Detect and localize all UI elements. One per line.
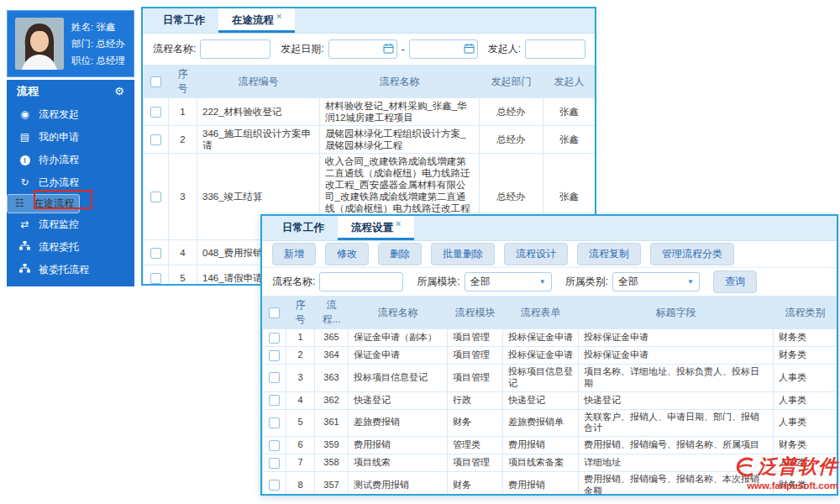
user-dept-label: 部门:	[71, 39, 93, 49]
select-all-checkbox[interactable]	[150, 76, 161, 87]
calendar-icon	[383, 43, 394, 54]
table-cell: 保证金申请（副本）	[354, 332, 437, 342]
search-bar: 流程名称: 所属模块: 全部▼ 所属类别: 全部▼ 查询	[262, 268, 837, 296]
query-button[interactable]: 查询	[713, 270, 757, 293]
table-cell: 财务	[453, 480, 471, 490]
start-date-label: 发起日期:	[281, 42, 323, 56]
row-checkbox[interactable]	[269, 480, 280, 491]
table-row[interactable]: 1365保证金申请（副本）项目管理投标保证金申请投标保证金申请财务类	[263, 329, 837, 347]
col-header-no: 序号	[286, 297, 315, 329]
tab-daily-work[interactable]: 日常工作	[150, 8, 218, 33]
row-checkbox[interactable]	[150, 107, 161, 118]
table-cell: 项目名称、详细地址、投标负责人、投标日期	[584, 366, 759, 388]
sidebar-item-process-start[interactable]: ◉ 流程发起	[7, 103, 134, 126]
col-header-title-fields: 标题字段	[579, 297, 774, 329]
sidebar-item-label: 流程发起	[39, 103, 79, 126]
sidebar-item-process-monitor[interactable]: ⇄ 流程监控	[7, 213, 134, 236]
row-checkbox[interactable]	[269, 417, 280, 428]
module-label: 所属模块:	[417, 275, 459, 289]
sidebar-item-process-delegate[interactable]: 流程委托	[7, 236, 134, 259]
row-checkbox[interactable]	[150, 273, 161, 284]
table-cell: 361	[323, 417, 339, 427]
table-cell: 材料验收登记_材料采购_张鑫_华润12城房建工程项目	[325, 101, 467, 123]
select-all-checkbox[interactable]	[269, 307, 280, 318]
table-cell: 359	[323, 439, 339, 449]
table-cell: 投标项目信息登记	[354, 372, 428, 382]
close-icon[interactable]: ×	[276, 11, 281, 21]
process-name-input[interactable]	[200, 39, 270, 59]
table-cell: 222_材料验收登记	[202, 107, 282, 117]
table-cell: 差旅费报销单	[508, 417, 564, 427]
table-cell: 346_施工组织设计方案申请	[202, 129, 311, 150]
table-row[interactable]: 2364保证金申请项目管理投标保证金申请投标保证金申请财务类	[263, 347, 837, 365]
sidebar-item-done-processes[interactable]: ↻ 已办流程	[7, 171, 134, 194]
table-cell: 晟铭园林绿化工程组织设计方案_晟铭园林绿化工程	[325, 129, 465, 150]
delete-button[interactable]: 删除	[378, 243, 422, 265]
table-cell: 2	[297, 349, 302, 360]
sidebar-item-label: 待办流程	[39, 149, 79, 171]
initiator-label: 发起人:	[488, 42, 521, 56]
batch-delete-button[interactable]: 批量删除	[431, 243, 495, 265]
col-header-form: 流程表单	[503, 297, 579, 329]
table-row[interactable]: 2346_施工组织设计方案申请晟铭园林绿化工程组织设计方案_晟铭园林绿化工程总经…	[144, 126, 596, 154]
sidebar-item-todo-processes[interactable]: ! 待办流程	[7, 149, 134, 171]
logo-text: 泛普软件	[758, 454, 838, 480]
table-cell: 4	[297, 395, 302, 405]
tab-daily-work[interactable]: 日常工作	[269, 216, 338, 240]
table-cell: 财务	[453, 417, 471, 427]
manage-category-button[interactable]: 管理流程分类	[650, 243, 734, 265]
table-cell: 363	[323, 372, 339, 382]
table-cell: 8	[297, 480, 302, 490]
row-checkbox[interactable]	[269, 440, 280, 451]
row-checkbox[interactable]	[269, 395, 280, 406]
table-cell: 投标保证金申请	[584, 332, 648, 342]
sidebar-item-label: 被委托流程	[39, 259, 89, 281]
table-row[interactable]: 4362快递登记行政快递登记快递登记人事类	[263, 391, 837, 409]
redo-icon: ↻	[18, 171, 32, 194]
row-checkbox[interactable]	[150, 192, 161, 202]
table-row[interactable]: 5361差旅费报销财务差旅费报销单关联客户、报销人、申请日期、部门、报销合计人事…	[263, 409, 837, 437]
table-cell: 357	[323, 480, 339, 490]
table-cell: 管理类	[453, 439, 480, 449]
module-select[interactable]: 全部▼	[465, 272, 552, 291]
table-cell: 张鑫	[559, 134, 579, 144]
table-cell: 总经办	[496, 192, 526, 202]
sidebar-item-delegated-processes[interactable]: 被委托流程	[7, 259, 134, 281]
table-cell: 投标保证金申请	[584, 349, 648, 360]
row-checkbox[interactable]	[269, 350, 280, 361]
table-row[interactable]: 3363投标项目信息登记项目管理投标项目信息登记项目名称、详细地址、投标负责人、…	[263, 365, 837, 392]
sidebar-item-my-applications[interactable]: ▤ 我的申请	[7, 126, 134, 149]
edit-button[interactable]: 修改	[325, 243, 369, 265]
close-icon[interactable]: ×	[396, 218, 401, 228]
tab-process-settings[interactable]: 流程设置×	[338, 216, 414, 240]
row-checkbox[interactable]	[269, 372, 280, 383]
row-checkbox[interactable]	[269, 458, 280, 469]
add-button[interactable]: 新增	[272, 243, 316, 265]
table-cell: 项目管理	[453, 349, 490, 360]
table-cell: 财务类	[779, 332, 806, 342]
row-checkbox[interactable]	[150, 134, 161, 145]
tab-in-transit[interactable]: 在途流程×	[218, 8, 295, 33]
process-name-input[interactable]	[319, 272, 403, 291]
table-row[interactable]: 1222_材料验收登记材料验收登记_材料采购_张鑫_华润12城房建工程项目总经办…	[144, 98, 596, 126]
user-profile-card: 姓名: 张鑫 部门: 总经办 职位: 总经理	[7, 10, 134, 77]
initiator-input[interactable]	[525, 39, 585, 59]
category-select[interactable]: 全部▼	[612, 272, 700, 291]
table-cell: 快递登记	[584, 395, 621, 405]
table-cell: 人事类	[779, 372, 806, 382]
process-name-label: 流程名称:	[153, 42, 196, 56]
process-design-button[interactable]: 流程设计	[504, 243, 568, 265]
row-checkbox[interactable]	[269, 333, 280, 344]
gear-icon[interactable]: ⚙	[114, 80, 124, 103]
table-cell: 362	[323, 395, 339, 405]
row-checkbox[interactable]	[150, 248, 161, 259]
table-row[interactable]: 6359费用报销管理类费用报销费用报销、报销编号、报销名称、所属项目财务类	[263, 437, 837, 454]
process-copy-button[interactable]: 流程复制	[577, 243, 641, 265]
sidebar-item-in-transit-processes[interactable]: ☷ 在途流程	[7, 194, 80, 213]
category-label: 所属类别:	[565, 275, 608, 289]
table-cell: 张鑫	[559, 107, 579, 117]
table-cell: 费用报销	[508, 439, 545, 449]
toolbar: 新增 修改 删除 批量删除 流程设计 流程复制 管理流程分类	[262, 241, 837, 268]
table-cell: 5	[297, 417, 302, 427]
table-cell: 财务类	[779, 439, 806, 449]
